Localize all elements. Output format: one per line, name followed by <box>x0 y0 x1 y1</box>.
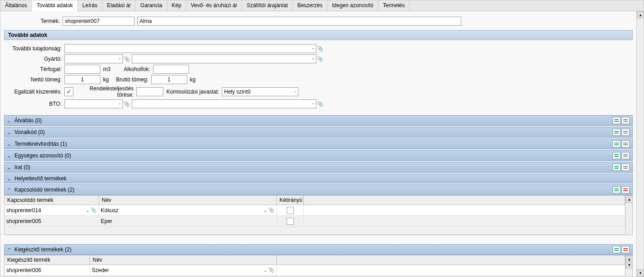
product-row: Termék: <box>4 17 633 26</box>
volume-input[interactable] <box>64 65 100 74</box>
add-row-icon[interactable] <box>612 152 621 159</box>
grid-scrollbar[interactable]: ▴ ▾ <box>625 196 632 235</box>
section-kiegeszito[interactable]: ⌃ Kiegészítő termékek (2) <box>4 244 633 255</box>
col-kieg-termek[interactable]: Kiegészítő termék <box>5 255 90 264</box>
chevron-down-icon[interactable]: ⌄ <box>311 101 315 105</box>
svg-rect-27 <box>623 250 628 251</box>
tab-vevo-aruhazi[interactable]: Vevő- és áruházi ár <box>186 0 242 11</box>
tab-szallito[interactable]: Szállítói árajánlat <box>242 0 293 11</box>
remove-row-icon[interactable] <box>621 246 630 253</box>
svg-rect-12 <box>614 154 619 155</box>
attachment-icon[interactable]: 📎 <box>268 267 275 273</box>
attachment-icon[interactable]: 📎 <box>90 207 97 214</box>
bto-code-dropdown[interactable]: ⌄ <box>64 99 123 108</box>
svg-rect-6 <box>623 131 628 132</box>
chevron-up-icon: ⌃ <box>7 188 13 192</box>
svg-rect-26 <box>623 248 628 249</box>
netw-input[interactable] <box>64 75 100 84</box>
grossw-input[interactable] <box>151 75 187 84</box>
egal-label: Egalizált kiszerelés: <box>6 89 64 95</box>
attachment-icon[interactable]: 📎 <box>317 101 324 107</box>
prop-dropdown[interactable]: ⌄ <box>64 44 316 53</box>
bto-name-dropdown[interactable]: ⌄ <box>132 99 316 108</box>
col-kapcs-termek[interactable]: Kapcsolódó termék <box>5 196 99 205</box>
table-row[interactable]: shoprenter014⌄📎 Kókusz⌄📎 <box>5 205 625 216</box>
chevron-down-icon[interactable]: ⌄ <box>293 89 297 93</box>
product-name-input[interactable] <box>137 17 461 26</box>
komm-dropdown[interactable]: Hely szintű⌄ <box>222 87 298 96</box>
tab-beszerzes[interactable]: Beszerzés <box>293 0 328 11</box>
section-irat[interactable]: ⌄ Irat (0) <box>4 162 633 173</box>
col-kieg-nev[interactable]: Név <box>90 255 277 264</box>
attachment-icon[interactable]: 📎 <box>317 56 324 62</box>
tab-garancia[interactable]: Garancia <box>136 0 167 11</box>
svg-rect-24 <box>614 248 619 249</box>
kieg-code: shoprenter006 <box>6 267 41 273</box>
page-scrollbar[interactable]: ▴ ▾ <box>636 11 644 277</box>
volume-unit: m3 <box>100 66 113 72</box>
section-helyett[interactable]: ⌄ Helyettesítő termékek <box>4 174 633 183</box>
tab-altalanos[interactable]: Általános <box>0 0 32 11</box>
section-vonalkod[interactable]: ⌄ Vonalkód (0) <box>4 127 633 138</box>
tab-termeles[interactable]: Termelés <box>378 0 410 11</box>
remove-row-icon[interactable] <box>621 117 630 124</box>
add-row-icon[interactable] <box>612 140 621 147</box>
scroll-up-icon[interactable]: ▴ <box>637 11 644 18</box>
manuf-code-dropdown[interactable]: ⌄ <box>64 54 123 63</box>
egal-checkbox[interactable]: ✓ <box>64 87 73 96</box>
tab-tovabbi-adatok[interactable]: További adatok <box>32 0 78 11</box>
ketiranyu-checkbox[interactable] <box>287 218 294 225</box>
table-row[interactable]: shoprenter006 Szeder⌄📎 <box>5 265 625 276</box>
svg-rect-8 <box>614 143 619 143</box>
chevron-down-icon[interactable]: ⌄ <box>118 101 122 105</box>
section-atvaltas-label: Átváltás (0) <box>14 117 612 124</box>
attachment-icon[interactable]: 📎 <box>317 45 324 52</box>
section-termeknev[interactable]: ⌄ Terméknévfordítás (1) <box>4 138 633 149</box>
section-atvaltas[interactable]: ⌄ Átváltás (0) <box>4 115 633 126</box>
kapcs-code: shoprenter005 <box>6 218 41 224</box>
attachment-icon[interactable]: 📎 <box>124 56 130 62</box>
scroll-up-icon[interactable]: ▴ <box>626 196 633 203</box>
render-input[interactable] <box>136 87 163 96</box>
grossw-unit: kg <box>187 76 198 83</box>
tab-kep[interactable]: Kép <box>167 0 186 11</box>
tab-leiras[interactable]: Leírás <box>78 0 102 11</box>
remove-row-icon[interactable] <box>621 129 630 136</box>
add-row-icon[interactable] <box>612 164 621 171</box>
tab-eladasi-ar[interactable]: Eladási ár <box>102 0 135 11</box>
grossw-label: Bruttó tömeg: <box>112 76 151 83</box>
chevron-down-icon[interactable]: ⌄ <box>86 208 90 213</box>
section-egyseges[interactable]: ⌄ Egységes azonosító (0) <box>4 150 633 161</box>
scroll-down-icon[interactable]: ▾ <box>637 269 644 277</box>
table-row[interactable]: shoprenter001 Citrom <box>5 276 625 277</box>
chevron-down-icon[interactable]: ⌄ <box>311 45 315 50</box>
section-termeknev-label: Terméknévfordítás (1) <box>14 141 612 147</box>
add-row-icon[interactable] <box>612 246 621 253</box>
remove-row-icon[interactable] <box>621 152 630 159</box>
attachment-icon[interactable]: 📎 <box>268 207 275 214</box>
chevron-down-icon[interactable]: ⌄ <box>311 56 315 60</box>
svg-rect-10 <box>623 143 628 143</box>
attachment-icon[interactable]: 📎 <box>124 101 130 107</box>
manuf-name-dropdown[interactable]: ⌄ <box>132 54 316 63</box>
remove-row-icon[interactable] <box>621 164 630 171</box>
scroll-down-icon[interactable]: ▾ <box>626 261 633 268</box>
product-code-input[interactable] <box>63 17 135 26</box>
add-row-icon[interactable] <box>612 129 621 136</box>
section-kapcsolodo[interactable]: ⌃ Kapcsolódó termékek (2) <box>4 184 633 195</box>
add-row-icon[interactable] <box>612 117 621 124</box>
check-icon: ✓ <box>67 89 71 94</box>
alcohol-input[interactable] <box>153 65 189 74</box>
chevron-down-icon[interactable]: ⌄ <box>264 208 267 213</box>
chevron-down-icon[interactable]: ⌄ <box>264 268 267 273</box>
ketiranyu-checkbox[interactable] <box>287 207 294 214</box>
svg-rect-1 <box>614 121 619 122</box>
chevron-down-icon[interactable]: ⌄ <box>118 56 122 60</box>
remove-row-icon[interactable] <box>621 186 630 193</box>
add-row-icon[interactable] <box>612 186 621 193</box>
tab-idegen[interactable]: Idegen azonosító <box>328 0 378 11</box>
remove-row-icon[interactable] <box>621 140 630 147</box>
col-kapcs-ketiranyu[interactable]: Kétirányú <box>277 196 304 205</box>
table-row[interactable]: shoprenter005 Eper <box>5 216 625 227</box>
col-kapcs-nev[interactable]: Név <box>99 196 277 205</box>
